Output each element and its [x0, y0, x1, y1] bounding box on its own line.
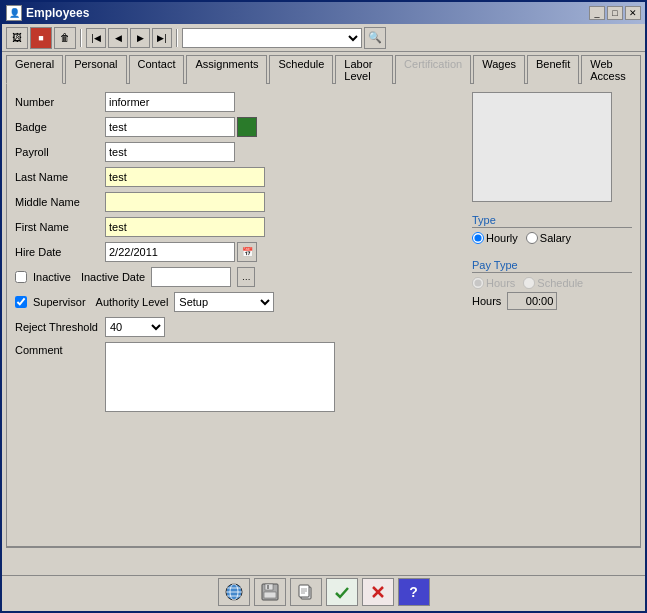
help-button[interactable]: ? — [398, 578, 430, 606]
tab-wages[interactable]: Wages — [473, 55, 525, 84]
world-icon — [224, 582, 244, 602]
supervisor-checkbox[interactable] — [15, 296, 27, 308]
disk-button[interactable] — [254, 578, 286, 606]
badge-input[interactable] — [105, 117, 235, 137]
tab-web-access[interactable]: Web Access — [581, 55, 641, 84]
schedule-option: Schedule — [523, 277, 583, 289]
tab-schedule[interactable]: Schedule — [269, 55, 333, 84]
pay-type-section: Pay Type Hours Schedule Hours — [472, 259, 632, 310]
payroll-row: Payroll — [15, 142, 456, 162]
hire-date-row: Hire Date 📅 — [15, 242, 456, 262]
maximize-button[interactable]: □ — [607, 6, 623, 20]
salary-label: Salary — [540, 232, 571, 244]
content-area: Number Badge Payroll Last Name Midd — [6, 83, 641, 547]
payroll-input[interactable] — [105, 142, 235, 162]
inactive-date-label: Inactive Date — [81, 271, 145, 283]
x-icon — [368, 582, 388, 602]
type-header: Type — [472, 214, 632, 228]
last-name-label: Last Name — [15, 171, 105, 183]
new-button[interactable]: 🖼 — [6, 27, 28, 49]
middle-name-label: Middle Name — [15, 196, 105, 208]
inactive-checkbox[interactable] — [15, 271, 27, 283]
close-window-button[interactable]: ✕ — [625, 6, 641, 20]
inactive-date-calendar-button[interactable]: … — [237, 267, 255, 287]
employees-window: 👤 Employees _ □ ✕ 🖼 ■ 🗑 |◀ ◀ ▶ ▶| 🔍 Gene… — [0, 0, 647, 613]
check-button[interactable] — [326, 578, 358, 606]
inactive-label: Inactive — [33, 271, 71, 283]
last-name-input[interactable] — [105, 167, 265, 187]
last-name-row: Last Name — [15, 167, 456, 187]
photo-area — [472, 92, 612, 202]
prev-button[interactable]: ◀ — [108, 28, 128, 48]
window-icon: 👤 — [6, 5, 22, 21]
hire-date-label: Hire Date — [15, 246, 105, 258]
tab-benefit[interactable]: Benefit — [527, 55, 579, 84]
authority-level-select[interactable]: Setup Admin Manager User — [174, 292, 274, 312]
type-section: Type Hourly Salary — [472, 214, 632, 247]
pay-type-radio-row: Hours Schedule — [472, 277, 632, 289]
tab-certification[interactable]: Certification — [395, 55, 471, 84]
hours-option: Hours — [472, 277, 515, 289]
tab-general[interactable]: General — [6, 55, 63, 84]
title-bar: 👤 Employees _ □ ✕ — [2, 2, 645, 24]
search-button[interactable]: 🔍 — [364, 27, 386, 49]
toolbar: 🖼 ■ 🗑 |◀ ◀ ▶ ▶| 🔍 — [2, 24, 645, 52]
world-button[interactable] — [218, 578, 250, 606]
first-name-input[interactable] — [105, 217, 265, 237]
middle-name-row: Middle Name — [15, 192, 456, 212]
title-bar-buttons: _ □ ✕ — [589, 6, 641, 20]
schedule-option-label: Schedule — [537, 277, 583, 289]
authority-level-label: Authority Level — [96, 296, 169, 308]
inactive-date-input[interactable] — [151, 267, 231, 287]
badge-color-button[interactable] — [237, 117, 257, 137]
middle-name-input[interactable] — [105, 192, 265, 212]
disk-icon — [260, 582, 280, 602]
hours-option-label: Hours — [486, 277, 515, 289]
hire-date-calendar-button[interactable]: 📅 — [237, 242, 257, 262]
svg-rect-8 — [267, 585, 269, 589]
pay-type-header: Pay Type — [472, 259, 632, 273]
hours-input[interactable] — [507, 292, 557, 310]
payroll-label: Payroll — [15, 146, 105, 158]
next-button[interactable]: ▶ — [130, 28, 150, 48]
copy-button[interactable] — [290, 578, 322, 606]
comment-textarea[interactable] — [105, 342, 335, 412]
employee-dropdown[interactable] — [182, 28, 362, 48]
hourly-label: Hourly — [486, 232, 518, 244]
delete-button[interactable]: 🗑 — [54, 27, 76, 49]
x-button[interactable] — [362, 578, 394, 606]
hourly-radio[interactable] — [472, 232, 484, 244]
check-icon — [332, 582, 352, 602]
tab-labor-level[interactable]: Labor Level — [335, 55, 393, 84]
minimize-button[interactable]: _ — [589, 6, 605, 20]
edit-button[interactable]: ■ — [30, 27, 52, 49]
hours-row: Hours — [472, 292, 632, 310]
hours-label: Hours — [472, 295, 501, 307]
first-button[interactable]: |◀ — [86, 28, 106, 48]
salary-option: Salary — [526, 232, 571, 244]
bottom-toolbar: ? — [2, 575, 645, 611]
number-input[interactable] — [105, 92, 235, 112]
hire-date-input[interactable] — [105, 242, 235, 262]
hours-radio[interactable] — [472, 277, 484, 289]
separator-1 — [80, 29, 82, 47]
left-form: Number Badge Payroll Last Name Midd — [15, 92, 456, 538]
separator-2 — [176, 29, 178, 47]
schedule-radio[interactable] — [523, 277, 535, 289]
tab-contact[interactable]: Contact — [129, 55, 185, 84]
last-button[interactable]: ▶| — [152, 28, 172, 48]
first-name-label: First Name — [15, 221, 105, 233]
supervisor-label: Supervisor — [33, 296, 86, 308]
reject-threshold-select[interactable]: 40 20 30 50 60 — [105, 317, 165, 337]
comment-row: Comment — [15, 342, 456, 412]
number-label: Number — [15, 96, 105, 108]
right-panel: Type Hourly Salary Pay Type — [472, 92, 632, 538]
reject-threshold-row: Reject Threshold 40 20 30 50 60 — [15, 317, 456, 337]
hourly-option: Hourly — [472, 232, 518, 244]
badge-label: Badge — [15, 121, 105, 133]
type-radio-row: Hourly Salary — [472, 232, 632, 244]
tab-personal[interactable]: Personal — [65, 55, 126, 84]
tab-assignments[interactable]: Assignments — [186, 55, 267, 84]
first-name-row: First Name — [15, 217, 456, 237]
salary-radio[interactable] — [526, 232, 538, 244]
